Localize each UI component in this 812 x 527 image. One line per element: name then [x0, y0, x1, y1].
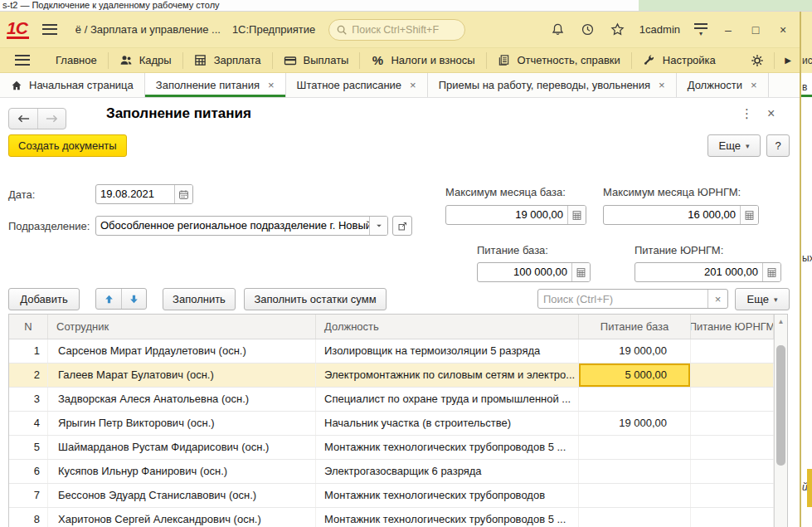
cell-position[interactable]: Изолировщик на термоизоляции 5 разряда	[316, 339, 579, 363]
cell-row-number[interactable]: 5	[9, 436, 48, 459]
app-logo[interactable]: 1С	[7, 20, 29, 39]
table-row[interactable]: 2 Галеев Марат Булатович (осн.) Электром…	[9, 364, 774, 388]
col-header-food-urngm[interactable]: Питание ЮРНГМ	[691, 315, 774, 339]
table-more-button[interactable]: Еще ▾	[735, 288, 790, 310]
notifications-bell-icon[interactable]	[550, 22, 566, 37]
move-up-icon[interactable]	[96, 289, 121, 309]
table-row[interactable]: 6 Кусяпов Ильнур Фанирович (осн.) Электр…	[9, 460, 774, 484]
table-scrollbar[interactable]: ▲	[774, 315, 787, 527]
current-user[interactable]: 1cadmin	[639, 23, 680, 36]
cell-food-urngm[interactable]	[691, 508, 774, 527]
global-search-input[interactable]	[352, 24, 458, 36]
cell-food-urngm[interactable]	[691, 364, 774, 387]
menu-item-nalogi[interactable]: % Налоги и взносы	[360, 48, 485, 73]
food-base-field[interactable]: 100 000,00	[477, 262, 591, 282]
menu-item-glavnoe[interactable]: Главное	[45, 48, 108, 73]
table-row[interactable]: 4 Ярыгин Петр Викторович (осн.) Начальни…	[9, 412, 774, 436]
cell-row-number[interactable]: 2	[9, 364, 48, 387]
app-menu-title[interactable]: ё / Зарплата и управление ...	[75, 23, 221, 36]
cell-food-urngm[interactable]	[691, 484, 774, 507]
table-row[interactable]: 7 Бессонов Эдуард Станиславович (осн.) М…	[9, 484, 774, 508]
cell-food-base[interactable]	[579, 436, 691, 459]
cell-food-base[interactable]: 5 000,00	[579, 364, 691, 387]
table-row[interactable]: 8 Харитонов Сергей Александрович (осн.) …	[9, 508, 774, 527]
help-button[interactable]: ?	[766, 134, 790, 157]
max-base-field[interactable]: 19 000,00	[445, 205, 586, 225]
cell-employee[interactable]: Бессонов Эдуард Станиславович (осн.)	[48, 484, 316, 507]
cell-position[interactable]: Электромонтажник по силовым сетям и элек…	[316, 364, 579, 387]
cell-food-base[interactable]: 19 000,00	[579, 339, 691, 363]
cell-employee[interactable]: Сарсенов Мират Ирдаулетович (осн.)	[48, 339, 316, 363]
col-header-food-base[interactable]: Питание база	[579, 315, 691, 339]
tab-close-icon[interactable]: ×	[410, 81, 416, 90]
tab-zapolnenie-pitaniya[interactable]: Заполнение питания ×	[145, 73, 286, 97]
cell-employee[interactable]: Кусяпов Ильнур Фанирович (осн.)	[48, 460, 316, 483]
cell-food-urngm[interactable]	[691, 460, 774, 483]
cell-position[interactable]: Специалист по охране труда и промышленно…	[316, 388, 579, 411]
cell-position[interactable]: Монтажник технологических трубопроводов	[316, 484, 579, 507]
food-urngm-field[interactable]: 201 000,00	[635, 262, 781, 282]
move-down-icon[interactable]	[121, 289, 146, 309]
clear-search-icon[interactable]: ×	[707, 290, 727, 308]
calendar-icon[interactable]	[174, 185, 192, 203]
cell-row-number[interactable]: 8	[9, 508, 48, 527]
tab-close-icon[interactable]: ×	[659, 81, 665, 90]
table-row[interactable]: 3 Задворская Алеся Анатольевна (осн.) Сп…	[9, 388, 774, 412]
tab-home[interactable]: Начальная страница	[0, 73, 145, 97]
col-header-position[interactable]: Должность	[316, 315, 579, 339]
col-header-employee[interactable]: Сотрудник	[48, 315, 316, 339]
table-search-input[interactable]	[538, 290, 707, 308]
history-icon[interactable]	[580, 22, 596, 37]
cell-employee[interactable]: Харитонов Сергей Александрович (осн.)	[48, 508, 316, 527]
menu-item-nastroyka[interactable]: Настройка	[632, 48, 727, 73]
open-link-icon[interactable]	[392, 216, 412, 236]
cell-food-base[interactable]	[579, 484, 691, 507]
cell-row-number[interactable]: 4	[9, 412, 48, 435]
cell-position[interactable]: Электрогазосварщик 6 разряда	[316, 460, 579, 483]
forward-button[interactable]	[37, 109, 66, 129]
menu-item-kadry[interactable]: Кадры	[109, 48, 182, 73]
menu-item-otchetnost[interactable]: Отчетность, справки	[487, 48, 631, 73]
cell-row-number[interactable]: 6	[9, 460, 48, 483]
cell-employee[interactable]: Ярыгин Петр Викторович (осн.)	[48, 412, 316, 435]
cell-food-urngm[interactable]	[691, 436, 774, 459]
cell-position[interactable]: Начальник участка (в строительстве)	[316, 412, 579, 435]
fill-rest-button[interactable]: Заполнить остатки сумм	[244, 288, 387, 310]
calc-grid-icon[interactable]	[567, 206, 586, 224]
cell-food-urngm[interactable]	[691, 412, 774, 435]
sections-menu-icon[interactable]	[15, 55, 30, 66]
dropdown-caret-icon[interactable]	[369, 217, 387, 235]
service-menu-icon[interactable]: ▾	[694, 23, 707, 37]
cell-row-number[interactable]: 3	[9, 388, 48, 411]
back-button[interactable]	[9, 109, 37, 129]
cell-row-number[interactable]: 7	[9, 484, 48, 507]
create-documents-button[interactable]: Создать документы	[8, 134, 127, 157]
maximize-button[interactable]: □	[749, 23, 762, 37]
gear-icon[interactable]	[751, 54, 764, 67]
add-row-button[interactable]: Добавить	[8, 288, 80, 310]
cell-food-base[interactable]	[579, 508, 691, 527]
cell-food-base[interactable]	[579, 460, 691, 483]
max-urngm-field[interactable]: 16 000,00	[603, 205, 759, 225]
tab-close-icon[interactable]: ×	[751, 81, 757, 90]
favorites-star-icon[interactable]	[610, 22, 625, 37]
table-search-field[interactable]: ×	[537, 289, 728, 309]
scrollbar-thumb[interactable]	[776, 345, 785, 466]
col-header-n[interactable]: N	[9, 315, 48, 339]
minimize-button[interactable]: –	[722, 23, 735, 37]
global-search-field[interactable]	[328, 19, 465, 41]
cell-food-urngm[interactable]	[691, 339, 774, 363]
main-menu-icon[interactable]	[42, 24, 57, 35]
cell-employee[interactable]: Шаймарданов Рустам Фидарисович (осн.)	[48, 436, 316, 459]
table-row[interactable]: 1 Сарсенов Мират Ирдаулетович (осн.) Изо…	[9, 339, 774, 364]
tab-priemy-perevody[interactable]: Приемы на работу, переводы, увольнения ×	[428, 73, 677, 97]
cell-food-base[interactable]: 19 000,00	[579, 412, 691, 435]
cell-position[interactable]: Монтажник технологических трубопроводов …	[316, 508, 579, 527]
cell-food-urngm[interactable]	[691, 388, 774, 411]
cell-position[interactable]: Монтажник технологических трубопроводов …	[316, 436, 579, 459]
form-more-button[interactable]: Еще ▾	[707, 134, 761, 157]
scroll-up-icon[interactable]: ▲	[775, 315, 787, 328]
calc-grid-icon[interactable]	[740, 206, 758, 224]
cell-row-number[interactable]: 1	[9, 339, 48, 363]
calc-grid-icon[interactable]	[571, 263, 590, 281]
